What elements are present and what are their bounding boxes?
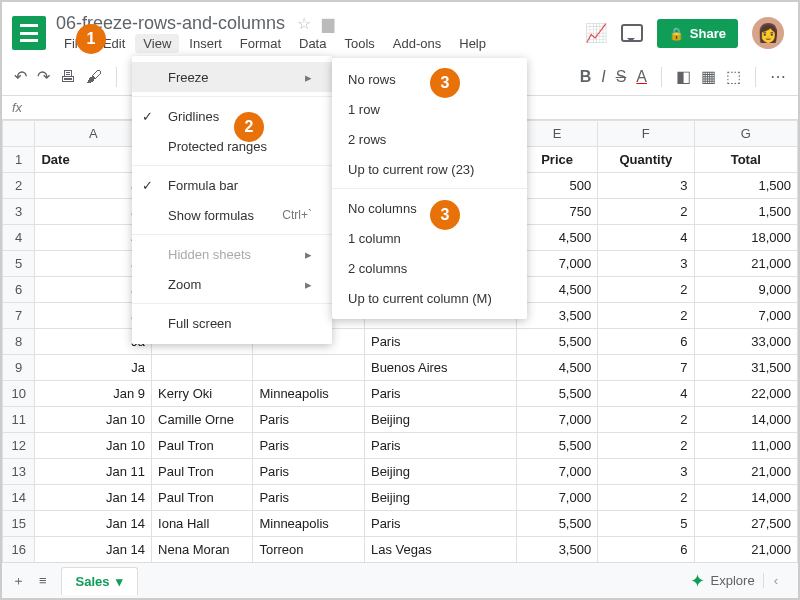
menu-freeze[interactable]: Freeze▸ (132, 62, 332, 92)
cell[interactable]: Nena Moran (152, 537, 253, 563)
cell[interactable]: Price (517, 147, 598, 173)
freeze-2-cols[interactable]: 2 columns (332, 253, 527, 283)
row-head[interactable]: 2 (3, 173, 35, 199)
corner-cell[interactable] (3, 121, 35, 147)
row-head[interactable]: 14 (3, 485, 35, 511)
cell[interactable]: Paris (253, 433, 365, 459)
cell[interactable]: Jan 9 (35, 381, 152, 407)
cell[interactable]: 7 (598, 355, 694, 381)
row-head[interactable]: 16 (3, 537, 35, 563)
paint-icon[interactable]: 🖌 (86, 68, 102, 86)
cell[interactable]: Paris (364, 433, 516, 459)
cell[interactable]: Quantity (598, 147, 694, 173)
freeze-1-row[interactable]: 1 row (332, 94, 527, 124)
sheet-tab[interactable]: Sales▾ (61, 567, 138, 595)
cell[interactable]: 1,500 (694, 173, 798, 199)
menu-format[interactable]: Format (232, 34, 289, 53)
cell[interactable]: 7,000 (517, 485, 598, 511)
cell[interactable]: 7,000 (517, 459, 598, 485)
undo-icon[interactable]: ↶ (14, 67, 27, 86)
italic-icon[interactable]: I (601, 68, 605, 86)
cell[interactable]: Kerry Oki (152, 381, 253, 407)
col-E[interactable]: E (517, 121, 598, 147)
cell[interactable]: Camille Orne (152, 407, 253, 433)
menu-protected[interactable]: Protected ranges (132, 131, 332, 161)
cell[interactable]: Jan 14 (35, 485, 152, 511)
cell[interactable]: Paul Tron (152, 485, 253, 511)
cell[interactable]: Paris (253, 407, 365, 433)
row-head[interactable]: 11 (3, 407, 35, 433)
cell[interactable]: 3 (598, 459, 694, 485)
cell[interactable]: 4,500 (517, 277, 598, 303)
explore-button[interactable]: ✦Explore (690, 570, 755, 592)
print-icon[interactable]: 🖶 (60, 68, 76, 86)
cell[interactable]: 5,500 (517, 381, 598, 407)
cell[interactable]: 21,000 (694, 459, 798, 485)
cell[interactable]: 5,500 (517, 433, 598, 459)
row-head[interactable]: 10 (3, 381, 35, 407)
cell[interactable]: Beijing (364, 485, 516, 511)
col-G[interactable]: G (694, 121, 798, 147)
freeze-2-rows[interactable]: 2 rows (332, 124, 527, 154)
cell[interactable]: 4,500 (517, 355, 598, 381)
cell[interactable]: Paris (364, 329, 516, 355)
comments-icon[interactable] (621, 24, 643, 42)
cell[interactable]: 2 (598, 433, 694, 459)
cell[interactable]: 2 (598, 199, 694, 225)
cell[interactable] (152, 355, 253, 381)
menu-view[interactable]: View (135, 34, 179, 53)
freeze-upto-row[interactable]: Up to current row (23) (332, 154, 527, 184)
folder-icon[interactable]: ▆ (322, 14, 334, 33)
cell[interactable]: 7,000 (517, 251, 598, 277)
freeze-1-col[interactable]: 1 column (332, 223, 527, 253)
cell[interactable]: Buenos Aires (364, 355, 516, 381)
add-sheet-icon[interactable]: ＋ (12, 572, 25, 590)
cell[interactable] (253, 355, 365, 381)
cell[interactable]: 7,000 (694, 303, 798, 329)
cell[interactable]: Jan 11 (35, 459, 152, 485)
scroll-left-icon[interactable]: ‹ (763, 573, 788, 588)
row-head[interactable]: 4 (3, 225, 35, 251)
borders-icon[interactable]: ▦ (701, 67, 716, 86)
textcolor-icon[interactable]: A (636, 68, 647, 86)
fill-icon[interactable]: ◧ (676, 67, 691, 86)
cell[interactable]: 5 (598, 511, 694, 537)
menu-help[interactable]: Help (451, 34, 494, 53)
cell[interactable]: 6 (598, 537, 694, 563)
strike-icon[interactable]: S (616, 68, 627, 86)
cell[interactable]: 11,000 (694, 433, 798, 459)
cell[interactable]: Iona Hall (152, 511, 253, 537)
cell[interactable]: Torreon (253, 537, 365, 563)
row-head[interactable]: 6 (3, 277, 35, 303)
cell[interactable]: 5,500 (517, 511, 598, 537)
cell[interactable]: Beijing (364, 459, 516, 485)
cell[interactable]: Minneapolis (253, 511, 365, 537)
cell[interactable]: 2 (598, 485, 694, 511)
activity-icon[interactable] (585, 22, 607, 44)
cell[interactable]: 14,000 (694, 407, 798, 433)
menu-formula-bar[interactable]: ✓Formula bar (132, 170, 332, 200)
menu-insert[interactable]: Insert (181, 34, 230, 53)
avatar[interactable]: 👩 (752, 17, 784, 49)
cell[interactable]: 3,500 (517, 537, 598, 563)
cell[interactable]: Paul Tron (152, 459, 253, 485)
cell[interactable]: 3 (598, 251, 694, 277)
row-head[interactable]: 3 (3, 199, 35, 225)
cell[interactable]: 3 (598, 173, 694, 199)
cell[interactable]: 6 (598, 329, 694, 355)
row-head[interactable]: 13 (3, 459, 35, 485)
cell[interactable]: 500 (517, 173, 598, 199)
cell[interactable]: 4 (598, 225, 694, 251)
menu-addons[interactable]: Add-ons (385, 34, 449, 53)
cell[interactable]: Paris (253, 485, 365, 511)
row-head[interactable]: 15 (3, 511, 35, 537)
cell[interactable]: Jan 14 (35, 537, 152, 563)
merge-icon[interactable]: ⬚ (726, 67, 741, 86)
row-head[interactable]: 5 (3, 251, 35, 277)
row-head[interactable]: 1 (3, 147, 35, 173)
menu-tools[interactable]: Tools (336, 34, 382, 53)
cell[interactable]: 22,000 (694, 381, 798, 407)
cell[interactable]: 750 (517, 199, 598, 225)
cell[interactable]: Total (694, 147, 798, 173)
row-head[interactable]: 12 (3, 433, 35, 459)
